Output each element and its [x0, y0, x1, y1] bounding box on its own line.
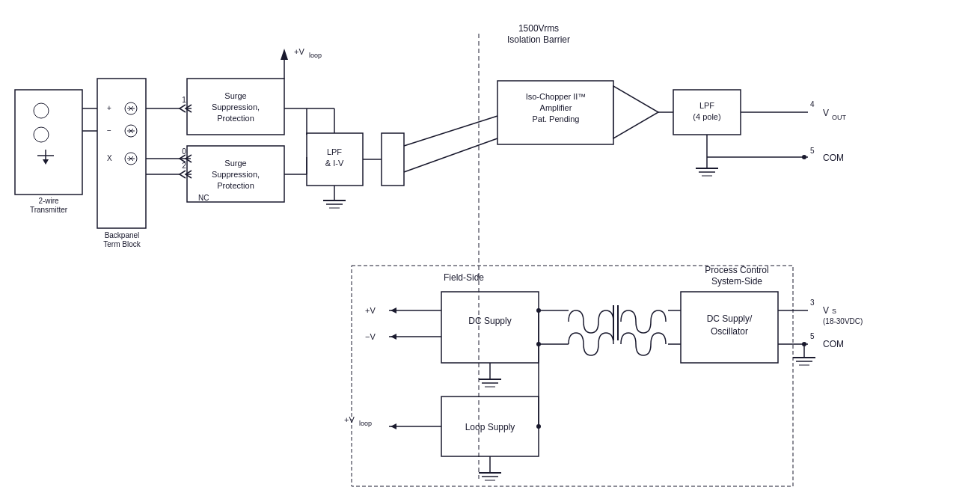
svg-text:(4 pole): (4 pole) — [693, 112, 720, 121]
transmitter-label2: Transmitter — [30, 206, 68, 214]
svg-text:Term Block: Term Block — [103, 240, 141, 248]
svg-text:5: 5 — [810, 147, 815, 155]
svg-text:S: S — [832, 307, 836, 315]
svg-rect-45 — [441, 292, 539, 363]
svg-rect-37 — [497, 81, 613, 144]
svg-text:X: X — [107, 154, 112, 162]
svg-point-3 — [34, 127, 49, 142]
svg-text:1: 1 — [182, 96, 186, 104]
svg-text:& I-V: & I-V — [325, 159, 344, 168]
svg-text:Oscillator: Oscillator — [711, 326, 748, 337]
field-side-label: Field-Side — [444, 272, 484, 283]
svg-text:5: 5 — [810, 332, 815, 340]
svg-text:LPF: LPF — [327, 147, 342, 156]
svg-text:LPF: LPF — [699, 101, 714, 110]
svg-text:loop: loop — [309, 52, 322, 59]
svg-text:Amplifier: Amplifier — [540, 103, 572, 112]
svg-text:V: V — [823, 305, 829, 316]
svg-text:4: 4 — [810, 100, 815, 108]
svg-text:V: V — [823, 108, 829, 118]
process-control-label2: System-Side — [711, 276, 762, 287]
svg-text:COM: COM — [823, 153, 844, 163]
transmitter-label: 2-wire — [38, 197, 59, 205]
svg-text:Protection: Protection — [217, 181, 254, 190]
svg-text:+V: +V — [294, 47, 304, 56]
svg-point-86 — [802, 155, 806, 159]
svg-text:DC Supply/: DC Supply/ — [707, 313, 753, 324]
svg-text:Pat. Pending: Pat. Pending — [533, 114, 580, 123]
svg-text:3: 3 — [810, 298, 815, 307]
svg-text:Surge: Surge — [224, 91, 246, 100]
loop-supply-label: Loop Supply — [465, 422, 515, 432]
svg-point-2 — [34, 103, 49, 118]
svg-text:+V: +V — [365, 306, 376, 315]
svg-point-135 — [536, 424, 541, 429]
svg-text:loop: loop — [359, 420, 372, 427]
svg-text:0: 0 — [182, 147, 186, 156]
svg-rect-7 — [97, 79, 146, 228]
svg-text:2: 2 — [182, 162, 186, 170]
svg-text:COM: COM — [823, 339, 844, 349]
svg-text:Iso-Chopper II™: Iso-Chopper II™ — [526, 92, 587, 101]
svg-text:−V: −V — [365, 332, 376, 341]
isolation-barrier-label: 1500Vrms — [518, 23, 559, 34]
svg-rect-36 — [382, 133, 404, 186]
svg-text:−: − — [107, 126, 111, 135]
svg-text:Suppression,: Suppression, — [212, 102, 260, 111]
svg-text:+V: +V — [344, 415, 355, 424]
svg-text:Surge: Surge — [224, 159, 246, 168]
svg-text:DC Supply: DC Supply — [468, 316, 511, 326]
svg-text:Suppression,: Suppression, — [212, 170, 260, 179]
process-control-label: Process Control — [705, 265, 768, 275]
svg-text:NC: NC — [198, 194, 209, 202]
svg-text:Backpanel: Backpanel — [105, 231, 140, 239]
svg-text:(18-30VDC): (18-30VDC) — [823, 317, 863, 325]
svg-text:OUT: OUT — [832, 114, 847, 121]
isolation-barrier-label2: Isolation Barrier — [507, 34, 570, 45]
svg-text:+: + — [107, 104, 111, 112]
svg-rect-1 — [15, 90, 82, 195]
diagram-container: 2-wire Transmitter + − X Backpanel Term … — [0, 0, 980, 496]
svg-text:Protection: Protection — [217, 114, 254, 123]
